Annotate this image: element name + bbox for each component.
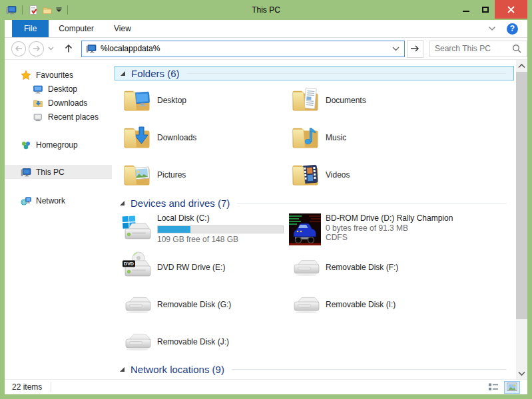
vertical-scrollbar[interactable]: [516, 60, 527, 379]
forward-button[interactable]: [29, 41, 43, 57]
group-header-folders[interactable]: Folders (6): [115, 66, 514, 80]
folder-tile-pictures[interactable]: Pictures: [121, 159, 289, 196]
item-label: Music: [326, 122, 346, 154]
drive-free-space: 0 bytes free of 91.3 MB: [326, 223, 453, 233]
address-dropdown-button[interactable]: [390, 42, 402, 56]
explorer-window: This PC File Computer View ?: [0, 0, 532, 399]
scrollbar-thumb[interactable]: [516, 72, 527, 319]
chevron-down-icon: [48, 47, 54, 51]
close-button[interactable]: [495, 0, 527, 19]
drive-tile-local-disk-c[interactable]: Local Disk (C:) 109 GB free of 148 GB: [121, 212, 289, 249]
forward-arrow-icon: [31, 43, 42, 54]
drive-tile-removable-j[interactable]: Removable Disk (J:): [121, 324, 289, 361]
drives-grid: Local Disk (C:) 109 GB free of 148 GB BD…: [121, 212, 516, 361]
folder-tile-videos[interactable]: Videos: [289, 159, 457, 196]
tab-view[interactable]: View: [104, 20, 141, 37]
bdrom-disc-art-icon: [289, 213, 321, 245]
removable-disk-icon: [289, 251, 321, 283]
quick-access-toolbar: [0, 5, 70, 15]
go-arrow-icon: [410, 45, 420, 53]
dvd-drive-icon: DVD: [121, 251, 152, 283]
this-pc-icon: [86, 43, 97, 54]
folder-tile-downloads[interactable]: Downloads: [121, 122, 289, 159]
qat-properties-button[interactable]: [28, 5, 39, 15]
sidebar-item-label: Network: [36, 196, 65, 205]
maximize-button[interactable]: [475, 0, 495, 19]
drive-tile-removable-g[interactable]: Removable Disk (G:): [121, 287, 289, 324]
window-title: This PC: [0, 0, 532, 20]
group-rule: [187, 73, 506, 74]
ribbon-right-controls: ?: [488, 20, 527, 37]
group-header-network[interactable]: Network locations (9): [115, 362, 514, 376]
sidebar-item-this-pc[interactable]: This PC: [5, 165, 112, 179]
documents-folder-icon: [289, 84, 321, 116]
group-rule: [237, 203, 507, 203]
tab-file[interactable]: File: [12, 20, 49, 37]
sidebar-item-recent-places[interactable]: Recent places: [5, 110, 112, 124]
address-bar[interactable]: [81, 41, 405, 57]
recent-locations-dropdown[interactable]: [47, 47, 56, 51]
drive-tile-removable-f[interactable]: Removable Disk (F:): [289, 249, 457, 287]
item-label: Downloads: [157, 122, 196, 154]
sidebar-item-downloads[interactable]: Downloads: [5, 96, 112, 110]
items-view: Folders (6) Desktop Documents Downloads: [112, 60, 516, 379]
qat-separator: [22, 5, 23, 15]
folder-tile-desktop[interactable]: Desktop: [121, 84, 289, 122]
downloads-folder-icon: [121, 122, 152, 154]
drive-info: BD-ROM Drive (D:) Rally Champion 0 bytes…: [326, 212, 453, 249]
drive-info: Removable Disk (G:): [157, 287, 231, 321]
sidebar-item-desktop[interactable]: Desktop: [5, 82, 112, 96]
sidebar-item-label: Recent places: [48, 112, 99, 122]
collapse-triangle-icon: [120, 70, 126, 76]
back-button[interactable]: [11, 41, 26, 57]
chevron-up-icon: [517, 63, 526, 68]
pictures-folder-icon: [121, 159, 152, 191]
go-button[interactable]: [407, 40, 423, 58]
search-input[interactable]: [435, 44, 512, 53]
sidebar-item-homegroup[interactable]: Homegroup: [5, 138, 112, 152]
group-label: Devices and drives (7): [131, 198, 230, 209]
expand-ribbon-chevron-icon[interactable]: [488, 26, 496, 31]
item-label: Videos: [326, 159, 350, 191]
removable-disk-icon: [121, 288, 152, 320]
item-label: Desktop: [157, 84, 186, 116]
address-input[interactable]: [101, 44, 386, 53]
drive-tile-dvd-e[interactable]: DVD DVD RW Drive (E:): [121, 249, 289, 287]
up-button[interactable]: [62, 43, 76, 54]
minimize-icon: [463, 11, 469, 12]
drive-label: Local Disk (C:): [157, 213, 284, 223]
large-icons-view-button[interactable]: [504, 381, 520, 394]
folder-tile-music[interactable]: Music: [289, 122, 457, 159]
search-box[interactable]: [429, 41, 527, 57]
minimize-button[interactable]: [456, 0, 475, 19]
qat-customize-dropdown[interactable]: [56, 7, 62, 13]
sidebar-item-label: Desktop: [48, 84, 77, 94]
drive-free-space: 109 GB free of 148 GB: [157, 235, 284, 244]
scroll-down-button[interactable]: [516, 368, 527, 379]
sidebar-item-favourites[interactable]: Favourites: [5, 68, 112, 82]
close-icon: [507, 6, 515, 13]
removable-disk-icon: [289, 288, 321, 320]
drive-tile-removable-i[interactable]: Removable Disk (I:): [289, 287, 457, 324]
group-header-devices[interactable]: Devices and drives (7): [115, 196, 514, 209]
search-icon[interactable]: [512, 44, 522, 54]
details-view-button[interactable]: [485, 381, 501, 394]
titlebar: This PC: [0, 0, 532, 20]
folder-tile-documents[interactable]: Documents: [289, 84, 457, 122]
item-count: 22 items: [12, 382, 42, 392]
sidebar-item-label: Favourites: [36, 70, 73, 80]
explorer-app-frame: File Computer View ?: [5, 20, 527, 394]
maximize-icon: [482, 7, 489, 13]
tab-computer[interactable]: Computer: [49, 20, 104, 37]
scroll-up-button[interactable]: [516, 60, 527, 71]
help-button[interactable]: ?: [507, 23, 518, 35]
collapse-triangle-icon: [119, 200, 125, 206]
qat-new-folder-button[interactable]: [42, 5, 53, 15]
desktop-icon: [33, 84, 43, 94]
drive-tile-bdrom-d[interactable]: BD-ROM Drive (D:) Rally Champion 0 bytes…: [289, 212, 457, 249]
disk-usage-bar: [157, 225, 284, 233]
group-rule: [232, 369, 507, 370]
sidebar-item-network[interactable]: Network: [5, 194, 112, 207]
help-icon: ?: [510, 24, 515, 33]
drive-filesystem: CDFS: [326, 233, 453, 242]
